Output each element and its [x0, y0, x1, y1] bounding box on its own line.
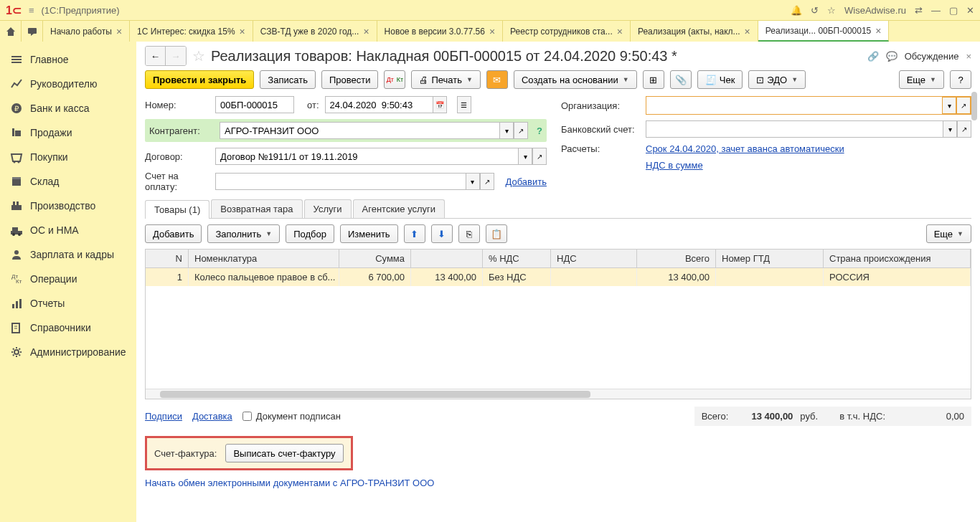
favorite-star-icon[interactable]: ☆ — [192, 47, 205, 65]
help-button[interactable]: ? — [950, 70, 971, 89]
signatures-link[interactable]: Подписи — [145, 411, 182, 422]
bank-input[interactable] — [646, 120, 943, 138]
col-gtd[interactable]: Номер ГТД — [716, 250, 824, 267]
edo-button[interactable]: ⊡ЭДО▼ — [748, 70, 806, 89]
window-close[interactable]: ✕ — [966, 5, 974, 16]
move-up-button[interactable]: ⬆ — [404, 224, 425, 243]
tab-realiz-doc[interactable]: Реализаци... 00БП-000015× — [758, 21, 890, 42]
invoice-input[interactable] — [215, 173, 466, 190]
dropdown-icon[interactable]: ▾ — [518, 148, 532, 165]
email-button[interactable]: ✉ — [486, 70, 508, 89]
v-scrollbar[interactable] — [971, 92, 979, 515]
close-icon[interactable]: × — [745, 26, 750, 37]
delivery-link[interactable]: Доставка — [192, 411, 232, 422]
tab-agent[interactable]: Агентские услуги — [353, 199, 446, 218]
open-icon[interactable]: ↗ — [480, 173, 494, 190]
open-icon[interactable]: ↗ — [514, 122, 528, 139]
menu-icon[interactable]: ≡ — [29, 5, 34, 16]
contract-input[interactable] — [215, 148, 518, 165]
edo-exchange-link[interactable]: Начать обмен электронными документами с … — [145, 473, 971, 488]
chat-button[interactable] — [22, 21, 43, 42]
paste-button[interactable]: 📋 — [486, 224, 507, 243]
link-icon[interactable]: 🔗 — [867, 51, 879, 62]
close-icon[interactable]: × — [363, 26, 369, 37]
table-row[interactable]: 1 Колесо пальцевое правое в сб... 6 700,… — [146, 268, 971, 286]
window-maximize[interactable]: ▢ — [949, 5, 958, 16]
attach-button[interactable]: 📎 — [670, 70, 692, 89]
more-button[interactable]: Еще▼ — [899, 70, 944, 89]
save-button[interactable]: Записать — [260, 70, 316, 89]
col-total[interactable]: Всего — [637, 250, 716, 267]
sidebar-item-purchases[interactable]: Покупки — [0, 145, 136, 169]
org-input[interactable] — [646, 97, 942, 114]
dropdown-icon[interactable]: ▾ — [466, 173, 480, 190]
col-nomenclature[interactable]: Номенклатура — [189, 250, 339, 267]
col-ndsp[interactable]: % НДС — [483, 250, 551, 267]
select-button[interactable]: Подбор — [286, 224, 334, 243]
close-icon[interactable]: × — [617, 26, 623, 37]
tab-szvtd[interactable]: СЗВ-ТД уже в 2020 год...× — [253, 21, 377, 42]
discuss-icon[interactable]: 💬 — [886, 51, 897, 62]
add-row-button[interactable]: Добавить — [145, 224, 202, 243]
close-icon[interactable]: × — [489, 26, 495, 37]
window-minimize[interactable]: — — [931, 5, 941, 16]
dropdown-icon[interactable]: ▾ — [942, 97, 956, 114]
sidebar-item-admin[interactable]: Администрирование — [0, 340, 136, 364]
tab-interest[interactable]: 1С Интерес: скидка 15%× — [130, 21, 253, 42]
sidebar-item-catalogs[interactable]: Справочники — [0, 315, 136, 340]
star-icon[interactable]: ☆ — [827, 5, 836, 16]
check-button[interactable]: 🧾Чек — [697, 70, 743, 89]
open-icon[interactable]: ↗ — [957, 120, 971, 138]
nds-link[interactable]: НДС в сумме — [646, 160, 703, 171]
edit-button[interactable]: Изменить — [340, 224, 398, 243]
nav-back[interactable]: ← — [146, 47, 166, 65]
tab-news[interactable]: Новое в версии 3.0.77.56× — [377, 21, 504, 42]
tab-services[interactable]: Услуги — [304, 199, 352, 218]
print-button[interactable]: 🖨Печать▼ — [411, 70, 481, 89]
col-n[interactable]: N — [146, 250, 189, 267]
calc-link[interactable]: Срок 24.04.2020, зачет аванса автоматиче… — [646, 143, 844, 154]
history-icon[interactable]: ↺ — [811, 5, 819, 16]
structure-button[interactable]: ⊞ — [643, 70, 664, 89]
sidebar-item-main[interactable]: Главное — [0, 47, 136, 72]
sidebar-item-manager[interactable]: Руководителю — [0, 72, 136, 96]
number-input[interactable] — [215, 96, 294, 113]
sidebar-item-reports[interactable]: Отчеты — [0, 291, 136, 315]
open-icon[interactable]: ↗ — [956, 97, 971, 114]
post-close-button[interactable]: Провести и закрыть — [145, 70, 254, 89]
help-contragent[interactable]: ? — [537, 125, 542, 136]
sidebar-item-sales[interactable]: Продажи — [0, 120, 136, 145]
calendar-icon[interactable]: 📅 — [433, 96, 447, 113]
discuss-label[interactable]: Обсуждение — [905, 51, 959, 62]
h-scrollbar[interactable] — [146, 389, 971, 399]
col-sum[interactable]: Сумма — [339, 250, 411, 267]
close-page[interactable]: × — [966, 51, 971, 62]
sidebar-item-operations[interactable]: ДтКтОперации — [0, 267, 136, 291]
sidebar-item-production[interactable]: Производство — [0, 194, 136, 218]
add-invoice-link[interactable]: Добавить — [506, 176, 547, 187]
move-down-button[interactable]: ⬇ — [431, 224, 453, 243]
nav-forward[interactable]: → — [166, 47, 186, 65]
tab-start[interactable]: Начало работы× — [43, 21, 130, 42]
tab-realiz-list[interactable]: Реализация (акты, накл...× — [631, 21, 758, 42]
close-icon[interactable]: × — [116, 26, 122, 37]
tab-tara[interactable]: Возвратная тара — [211, 199, 302, 218]
site-link[interactable]: WiseAdwise.ru — [844, 5, 906, 16]
copy-button[interactable]: ⎘ — [458, 224, 480, 243]
col-nds[interactable]: НДС — [551, 250, 637, 267]
home-button[interactable] — [0, 21, 22, 42]
dropdown-icon[interactable]: ▾ — [499, 122, 514, 139]
sidebar-item-hr[interactable]: Зарплата и кадры — [0, 242, 136, 267]
dtkt-button[interactable]: ДтКт — [384, 70, 405, 89]
tab-reestr[interactable]: Реестр сотрудников ста...× — [503, 21, 631, 42]
date-input[interactable] — [325, 96, 433, 113]
settings-icon[interactable]: ⇄ — [915, 5, 923, 16]
sidebar-item-bank[interactable]: ₽Банк и касса — [0, 96, 136, 120]
list-icon[interactable]: ☰ — [457, 96, 471, 113]
sidebar-item-assets[interactable]: ОС и НМА — [0, 218, 136, 242]
sf-write-button[interactable]: Выписать счет-фактуру — [225, 444, 343, 462]
fill-button[interactable]: Заполнить▼ — [207, 224, 280, 243]
contragent-input[interactable] — [220, 122, 499, 139]
close-icon[interactable]: × — [875, 25, 881, 37]
signed-checkbox[interactable]: Документ подписан — [242, 411, 341, 422]
